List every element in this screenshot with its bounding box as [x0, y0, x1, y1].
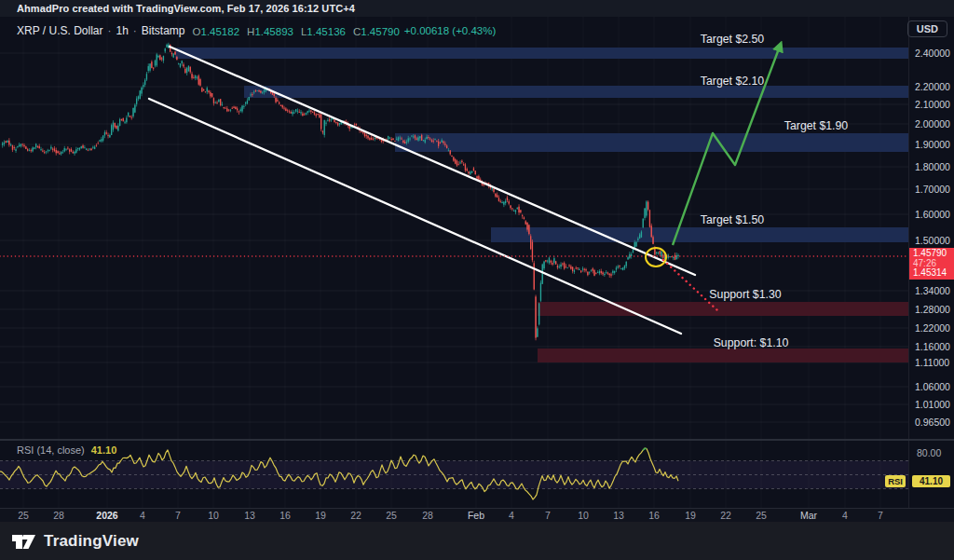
- current-price-badge: 1.45790 47:26 1.45314: [909, 248, 954, 280]
- candle-body: [188, 66, 189, 71]
- price-level-label[interactable]: Target $2.50: [701, 33, 765, 46]
- candle-body: [651, 225, 652, 237]
- candle-body: [433, 141, 434, 142]
- candle-body: [401, 139, 402, 140]
- candle-body: [417, 137, 418, 140]
- ohlc-open: O1.45182: [190, 22, 240, 39]
- candle-body: [497, 195, 497, 198]
- candle-body: [59, 153, 60, 154]
- last-price: 1.45790: [913, 249, 954, 259]
- time-tick: 10: [208, 510, 219, 521]
- candle-body: [289, 111, 290, 112]
- price-level-label[interactable]: Target $1.90: [784, 119, 849, 132]
- support-zone[interactable]: [538, 302, 908, 316]
- candle-body: [71, 149, 72, 152]
- price-tick: 2.00000: [915, 118, 950, 130]
- price-level-label[interactable]: Target $2.10: [701, 75, 765, 88]
- candle-body: [599, 271, 600, 273]
- candle-body: [208, 90, 209, 92]
- time-tick: 7: [545, 510, 551, 521]
- candle-body: [183, 64, 184, 66]
- candle-body: [579, 269, 579, 270]
- candle-body: [620, 268, 621, 269]
- tradingview-logo[interactable]: [11, 531, 36, 552]
- support-zone[interactable]: [538, 348, 908, 362]
- time-tick: 22: [350, 510, 361, 521]
- candle-body: [176, 57, 177, 60]
- target-zone[interactable]: [175, 48, 908, 59]
- candle-body: [293, 113, 294, 114]
- time-tick: 25: [386, 510, 397, 521]
- candle-body: [308, 111, 309, 112]
- candle-body: [440, 143, 441, 143]
- time-axis[interactable]: 252820264710131619222528Feb4710131619222…: [0, 508, 954, 522]
- candle-body: [631, 254, 632, 256]
- candle-body: [48, 150, 48, 151]
- candle-body: [314, 112, 315, 114]
- candle-body: [658, 253, 659, 253]
- candle-body: [593, 268, 593, 270]
- candle-body: [113, 123, 114, 130]
- candle-body: [48, 150, 49, 151]
- price-level-label[interactable]: Support: $1.10: [714, 336, 789, 349]
- price-tick: 1.22000: [915, 322, 950, 334]
- candle-body: [165, 48, 166, 51]
- candle-body: [517, 208, 518, 209]
- candle-body: [116, 126, 116, 129]
- target-zone[interactable]: [244, 86, 908, 98]
- candle-body: [300, 112, 301, 113]
- rsi-legend[interactable]: RSI (14, close) 41.10: [17, 444, 116, 456]
- candle-body: [322, 131, 323, 132]
- currency-button[interactable]: USD: [907, 20, 947, 37]
- candle-body: [245, 102, 246, 104]
- candle-body: [660, 251, 661, 253]
- candle-body: [576, 268, 577, 269]
- time-tick: 28: [422, 510, 433, 521]
- exchange-label[interactable]: Bitstamp: [142, 24, 185, 37]
- candle-body: [317, 114, 318, 115]
- interval-label[interactable]: 1h: [116, 24, 128, 37]
- candle-body: [451, 156, 452, 157]
- candle-body: [371, 138, 372, 140]
- time-tick: 13: [613, 510, 624, 521]
- chart-canvas[interactable]: Target $2.50Target $2.10Target $1.90Targ…: [0, 17, 908, 508]
- candle-body: [572, 267, 573, 271]
- price-level-label[interactable]: Support $1.30: [709, 288, 781, 301]
- candle-body: [325, 123, 326, 124]
- candle-body: [367, 136, 368, 139]
- candle-body: [292, 112, 293, 114]
- candle-body: [557, 266, 558, 267]
- target-zone[interactable]: [491, 227, 908, 242]
- candle-body: [551, 261, 552, 263]
- candle-body: [654, 248, 655, 254]
- chart-pane[interactable]: Target $2.50Target $2.10Target $1.90Targ…: [0, 17, 908, 508]
- tradingview-brand[interactable]: TradingView: [44, 532, 139, 551]
- candle-body: [31, 150, 32, 151]
- candle-body: [425, 140, 426, 143]
- candle-body: [14, 147, 15, 148]
- candle-body: [210, 92, 211, 96]
- candle-body: [280, 105, 281, 106]
- candle-body: [467, 169, 468, 171]
- time-tick: 25: [756, 510, 767, 521]
- candle-body: [513, 211, 514, 212]
- candle-body: [570, 266, 571, 269]
- target-zone[interactable]: [395, 133, 908, 152]
- candle-body: [320, 115, 321, 130]
- price-level-label[interactable]: Target $1.50: [701, 213, 765, 226]
- candle-body: [627, 257, 628, 259]
- price-axis[interactable]: USD 2.400002.200002.100002.000001.900001…: [908, 17, 954, 508]
- candle-body: [37, 146, 38, 147]
- candle-body: [306, 113, 307, 115]
- candle-body: [140, 90, 141, 99]
- candle-body: [6, 141, 7, 143]
- rsi-indicator-name[interactable]: RSI (14, close): [17, 444, 85, 456]
- candle-body: [567, 267, 568, 268]
- candle-body: [155, 61, 156, 66]
- candle-body: [173, 54, 174, 58]
- candle-body: [538, 304, 539, 325]
- symbol-legend[interactable]: XRP / U.S. Dollar · 1h · Bitstamp O1.451…: [17, 22, 496, 39]
- candle-body: [446, 145, 447, 148]
- symbol-name[interactable]: XRP / U.S. Dollar: [17, 24, 102, 37]
- pane-separator[interactable]: [0, 439, 954, 441]
